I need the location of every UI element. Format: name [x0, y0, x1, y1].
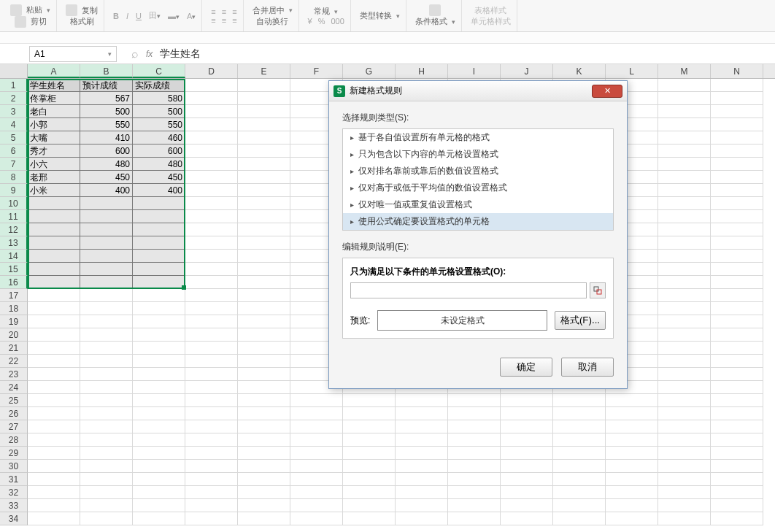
cell[interactable]: [133, 342, 185, 355]
cell[interactable]: [133, 499, 185, 512]
cell[interactable]: [185, 289, 238, 302]
cell[interactable]: [711, 433, 763, 447]
cell[interactable]: [28, 276, 80, 289]
cell[interactable]: [238, 315, 290, 328]
cell[interactable]: 秀才: [28, 144, 80, 158]
row-header[interactable]: 1: [0, 79, 28, 92]
row-header[interactable]: 15: [0, 263, 28, 276]
cell[interactable]: [80, 381, 133, 394]
cell[interactable]: [185, 407, 238, 420]
rule-type-item[interactable]: ▸使用公式确定要设置格式的单元格: [343, 213, 613, 230]
cell[interactable]: [238, 223, 290, 236]
cell[interactable]: [185, 184, 238, 197]
cell[interactable]: [711, 394, 763, 407]
cell[interactable]: [28, 499, 80, 512]
cell[interactable]: [133, 407, 185, 420]
cell[interactable]: [711, 171, 763, 184]
cell[interactable]: [606, 394, 658, 407]
cell[interactable]: [133, 236, 185, 250]
cell[interactable]: [396, 473, 448, 486]
chevron-down-icon[interactable]: ▾: [47, 7, 50, 14]
cell[interactable]: [80, 315, 133, 328]
cell[interactable]: [343, 420, 396, 433]
cell[interactable]: [290, 486, 343, 499]
formula-field[interactable]: [350, 282, 587, 298]
cell[interactable]: [711, 158, 763, 171]
cell[interactable]: 佟掌柜: [28, 92, 80, 105]
cell[interactable]: [448, 433, 501, 447]
fill-color-button[interactable]: ▬▾: [168, 12, 180, 20]
cell[interactable]: [238, 263, 290, 276]
cell[interactable]: [80, 223, 133, 236]
cell[interactable]: [238, 79, 290, 92]
cell[interactable]: [290, 394, 343, 407]
cell[interactable]: [711, 420, 763, 433]
cell[interactable]: [343, 499, 396, 512]
cell[interactable]: [133, 486, 185, 499]
cell[interactable]: 大嘴: [28, 131, 80, 144]
cell[interactable]: [185, 447, 238, 460]
cell[interactable]: [658, 381, 711, 394]
cell[interactable]: [133, 512, 185, 525]
search-icon[interactable]: ⌕: [131, 47, 139, 61]
cell[interactable]: [343, 447, 396, 460]
cell[interactable]: [711, 381, 763, 394]
cell[interactable]: [185, 276, 238, 289]
cell[interactable]: [711, 447, 763, 460]
cell[interactable]: [658, 368, 711, 381]
auto-wrap-button[interactable]: 自动换行: [256, 16, 288, 27]
row-header[interactable]: 3: [0, 105, 28, 118]
currency-icon[interactable]: ¥: [308, 17, 312, 26]
cell[interactable]: [606, 447, 658, 460]
row-header[interactable]: 16: [0, 276, 28, 289]
cell[interactable]: [80, 460, 133, 473]
cell[interactable]: [343, 486, 396, 499]
cell[interactable]: [501, 460, 553, 473]
cell[interactable]: [28, 250, 80, 263]
row-header[interactable]: 30: [0, 460, 28, 473]
column-header-D[interactable]: D: [185, 64, 238, 78]
cell[interactable]: [238, 184, 290, 197]
cell[interactable]: [343, 460, 396, 473]
cell[interactable]: [80, 263, 133, 276]
row-header[interactable]: 32: [0, 486, 28, 499]
row-header[interactable]: 5: [0, 131, 28, 144]
comma-icon[interactable]: 000: [331, 17, 344, 26]
cell[interactable]: [658, 118, 711, 131]
cell[interactable]: [711, 131, 763, 144]
cell[interactable]: [238, 381, 290, 394]
cell[interactable]: [290, 499, 343, 512]
cell[interactable]: [658, 197, 711, 210]
cell[interactable]: [28, 355, 80, 368]
cell[interactable]: [711, 315, 763, 328]
cell[interactable]: [185, 210, 238, 223]
cell[interactable]: [185, 433, 238, 447]
rule-type-list[interactable]: ▸基于各自值设置所有单元格的格式▸只为包含以下内容的单元格设置格式▸仅对排名靠前…: [342, 128, 614, 231]
row-header[interactable]: 17: [0, 289, 28, 302]
cell[interactable]: [606, 407, 658, 420]
cell[interactable]: [238, 368, 290, 381]
cell[interactable]: [711, 276, 763, 289]
cell-style-label[interactable]: 单元格样式: [471, 16, 511, 27]
cell[interactable]: [238, 512, 290, 525]
underline-button[interactable]: U: [136, 12, 142, 20]
row-header[interactable]: 7: [0, 158, 28, 171]
row-header[interactable]: 18: [0, 302, 28, 315]
row-header[interactable]: 4: [0, 118, 28, 131]
row-header[interactable]: 11: [0, 210, 28, 223]
cell[interactable]: [28, 328, 80, 342]
cell[interactable]: [396, 420, 448, 433]
chevron-down-icon[interactable]: ▾: [108, 50, 112, 58]
cell[interactable]: [658, 92, 711, 105]
cell[interactable]: [28, 289, 80, 302]
cell[interactable]: [185, 144, 238, 158]
column-header-M[interactable]: M: [658, 64, 711, 78]
cell[interactable]: 410: [80, 131, 133, 144]
italic-button[interactable]: I: [126, 12, 128, 20]
cell[interactable]: [658, 184, 711, 197]
cell[interactable]: [501, 486, 553, 499]
cell[interactable]: [448, 460, 501, 473]
cell[interactable]: [238, 473, 290, 486]
cell[interactable]: [238, 289, 290, 302]
cell[interactable]: 预计成绩: [80, 79, 133, 92]
